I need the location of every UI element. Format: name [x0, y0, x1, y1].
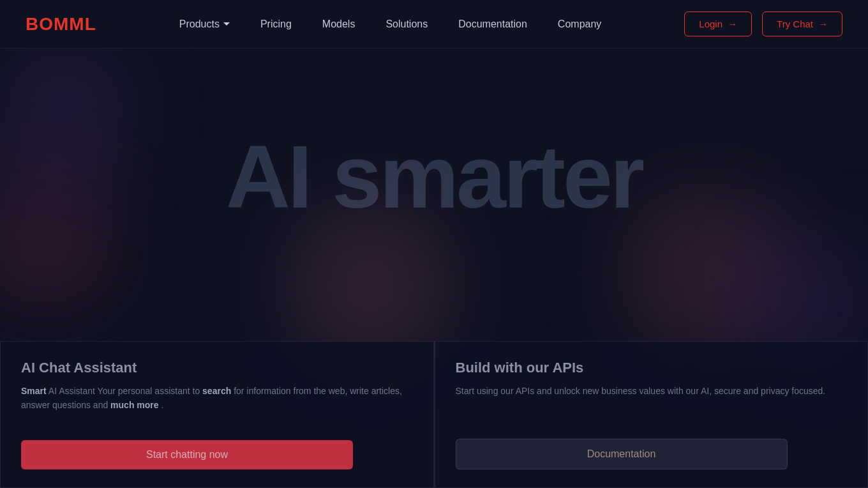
login-button[interactable]: Login → — [684, 11, 752, 36]
desc-text-3: . — [161, 400, 163, 410]
documentation-button[interactable]: Documentation — [456, 439, 788, 469]
cards-container: AI Chat Assistant Smart AI Assistant You… — [0, 341, 868, 488]
desc-text-1: AI Assistant Your personal assistant to — [49, 386, 202, 396]
build-apis-description: Start using our APIs and unlock new busi… — [456, 384, 848, 431]
nav-solutions-label: Solutions — [385, 19, 428, 29]
ai-chat-assistant-card: AI Chat Assistant Smart AI Assistant You… — [0, 341, 434, 488]
nav-products-label: Products — [179, 19, 220, 30]
navbar: BOMML Products Pricing Models Solutions — [0, 0, 868, 49]
desc-more-highlight: much more — [110, 400, 158, 410]
bg-blob-red-left — [0, 176, 102, 304]
nav-pricing-label: Pricing — [260, 19, 292, 29]
try-chat-button[interactable]: Try Chat → — [762, 11, 842, 36]
build-apis-title: Build with our APIs — [456, 360, 848, 376]
nav-item-documentation[interactable]: Documentation — [458, 19, 527, 30]
nav-links: Products Pricing Models Solutions Docume… — [179, 19, 602, 30]
nav-company-label: Company — [558, 19, 601, 29]
ai-chat-assistant-title: AI Chat Assistant — [21, 360, 413, 376]
nav-item-pricing[interactable]: Pricing — [260, 19, 292, 30]
arrow-right-icon: → — [728, 19, 737, 29]
try-chat-label: Try Chat — [777, 19, 813, 29]
desc-search-highlight: search — [202, 386, 231, 396]
chevron-down-icon — [223, 22, 230, 26]
hero-title: AI smarter — [226, 125, 643, 229]
bg-blob-purple-topleft — [0, 49, 128, 176]
nav-item-company[interactable]: Company — [558, 19, 601, 30]
nav-item-products[interactable]: Products — [179, 19, 230, 30]
nav-item-models[interactable]: Models — [322, 19, 355, 30]
start-chatting-button[interactable]: Start chatting now — [21, 440, 353, 469]
nav-actions: Login → Try Chat → — [684, 11, 842, 36]
hero-section: AI smarter AI Chat Assistant Smart AI As… — [0, 49, 868, 488]
nav-documentation-label: Documentation — [458, 19, 527, 29]
ai-chat-assistant-description: Smart AI Assistant Your personal assista… — [21, 384, 413, 432]
login-label: Login — [699, 19, 722, 29]
brand-logo[interactable]: BOMML — [26, 14, 96, 34]
nav-item-solutions[interactable]: Solutions — [385, 19, 428, 30]
nav-models-label: Models — [322, 19, 355, 29]
build-apis-card: Build with our APIs Start using our APIs… — [435, 341, 869, 488]
desc-smart-highlight: Smart — [21, 386, 47, 396]
arrow-right-icon: → — [818, 19, 828, 29]
